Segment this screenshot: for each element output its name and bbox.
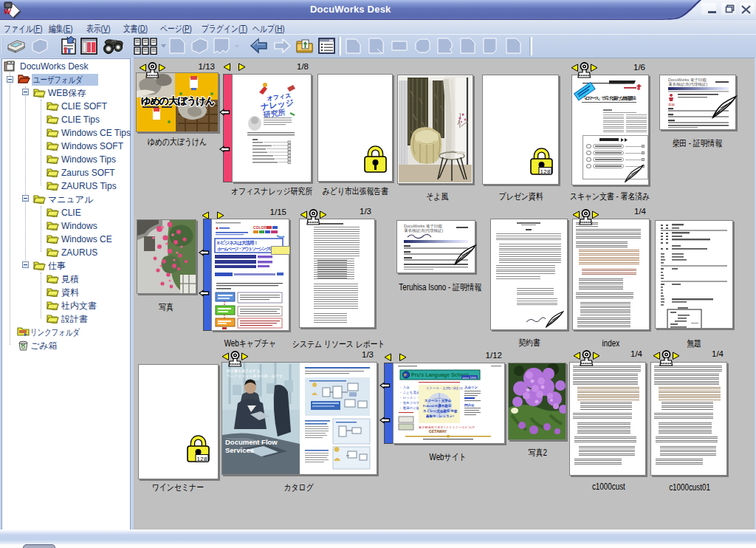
- svg-text:署名検証済(代理検証): 署名検証済(代理検証): [668, 82, 707, 87]
- svg-text:E-ビジネスは大活用！: E-ビジネスは大活用！: [217, 240, 258, 246]
- svg-text:GETAWAY: GETAWAY: [429, 429, 447, 434]
- svg-text:ゆめの大ぼうけん: ゆめの大ぼうけん: [141, 95, 215, 107]
- svg-text:W: W: [4, 7, 12, 16]
- svg-text:128: 128: [197, 456, 208, 462]
- svg-text:Pru's Language School: Pru's Language School: [411, 372, 469, 378]
- svg-text:128: 128: [540, 168, 551, 175]
- svg-text:紙文書を電子化する。: 紙文書を電子化する。: [227, 369, 264, 374]
- svg-text:署名検証済(代理検証): 署名検証済(代理検証): [404, 228, 443, 233]
- svg-text:問合せ: 問合せ: [464, 403, 475, 408]
- svg-text:東京都港区六本木1-2-3 スクールビル2F: 東京都港区六本木1-2-3 スクールビル2F: [419, 425, 475, 429]
- svg-text:・ 入会: ・ 入会: [399, 386, 410, 389]
- svg-text:since 1991: since 1991: [462, 376, 477, 380]
- svg-text:Document Flow: Document Flow: [225, 438, 278, 446]
- svg-text:Services: Services: [225, 446, 254, 454]
- svg-text:入会リン: 入会リン: [464, 386, 478, 389]
- svg-text:柴田: 柴田: [668, 103, 675, 107]
- svg-text:COLOR: COLOR: [253, 225, 267, 230]
- svg-text:「eコマース」で広げる新たな物流要注: 「eコマース」で広げる新たな物流要注: [582, 95, 636, 101]
- svg-text:ワークスタイル変革の第一歩です。: ワークスタイル変革の第一歩です。: [227, 374, 286, 378]
